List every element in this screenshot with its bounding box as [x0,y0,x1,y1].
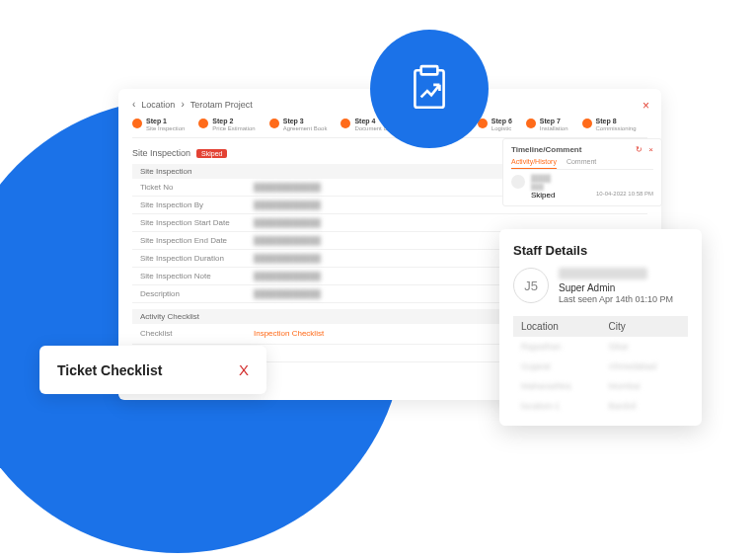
user-role: Super Admin [559,282,673,293]
breadcrumb-project: Terotam Project [190,100,253,110]
step-1[interactable]: Step 1Site Inspection [132,118,185,131]
status-badge: Skiped [196,149,227,158]
step-dot-icon [198,119,208,128]
close-icon[interactable]: × [643,99,649,113]
timeline-item: ████ ███ Skiped10-04-2022 10:58 PM [511,175,653,200]
tab-activity-history[interactable]: Activity/History [511,158,557,169]
timeline-tabs: Activity/History Comment [511,158,653,170]
avatar: J5 [513,268,549,303]
ticket-title: Ticket Checklist [57,362,162,378]
table-row: location-1Bardoli [513,396,688,416]
step-dot-icon [582,119,592,128]
ticket-checklist-panel: Ticket Checklist X [39,346,266,394]
step-8[interactable]: Step 8Commissioning [582,118,637,131]
step-6[interactable]: Step 6Logistic [478,118,512,131]
avatar-icon [511,175,525,189]
refresh-icon[interactable]: ↻ [636,145,643,154]
table-header: LocationCity [513,316,688,337]
user-name [559,268,647,280]
timeline-title: Timeline/Comment [511,145,581,154]
staff-user: J5 Super Admin Last seen Apr 14th 01:10 … [513,268,688,304]
last-seen: Last seen Apr 14th 01:10 PM [559,294,673,304]
staff-details-panel: Staff Details J5 Super Admin Last seen A… [499,229,702,426]
table-row: RajasthanSikar [513,337,688,357]
location-table: LocationCity RajasthanSikar GujaratAhmed… [513,316,688,416]
staff-title: Staff Details [513,243,688,258]
step-7[interactable]: Step 7Installation [526,118,568,131]
inspection-checklist-link[interactable]: Inspection Checklist [254,329,324,339]
back-chevron-icon[interactable]: ‹ [132,99,135,110]
close-icon[interactable]: X [239,361,249,378]
step-dot-icon [269,119,279,128]
table-row: GujaratAhmedabad [513,357,688,376]
step-dot-icon [340,119,350,128]
breadcrumb-location[interactable]: Location [141,100,175,110]
table-row: MaharashtraMumbai [513,376,688,396]
step-3[interactable]: Step 3Agreement Book [269,118,328,131]
step-dot-icon [132,119,142,128]
timeline-panel: Timeline/Comment ↻ × Activity/History Co… [502,138,662,206]
step-2[interactable]: Step 2Price Estimation [198,118,255,131]
chevron-right-icon: › [181,99,184,110]
clipboard-chart-icon [370,30,489,148]
close-icon[interactable]: × [648,145,653,154]
step-dot-icon [526,119,536,128]
svg-rect-1 [421,66,438,74]
tab-comment[interactable]: Comment [567,158,596,169]
